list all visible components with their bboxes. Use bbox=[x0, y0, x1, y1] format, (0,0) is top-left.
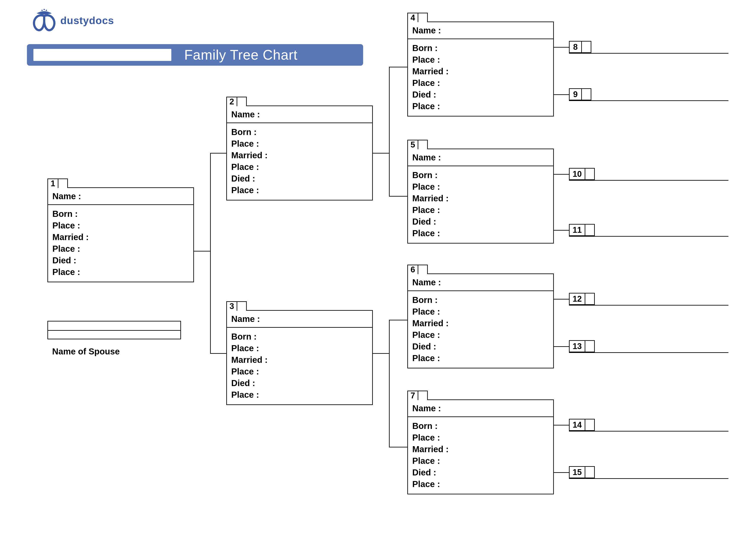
name-label: Name : bbox=[227, 311, 372, 328]
married-label: Married : bbox=[412, 443, 549, 455]
connector bbox=[210, 153, 211, 353]
stub-number: 12 bbox=[569, 293, 585, 305]
person-number: 6 bbox=[407, 265, 418, 274]
name-label: Name : bbox=[408, 400, 553, 417]
married-label: Married : bbox=[231, 354, 368, 366]
svg-point-2 bbox=[46, 10, 47, 11]
place-label: Place : bbox=[412, 455, 549, 467]
place-label: Place : bbox=[412, 181, 549, 192]
place-label: Place : bbox=[412, 306, 549, 318]
brand-name: dustydocs bbox=[60, 15, 114, 26]
spouse-box[interactable] bbox=[47, 321, 181, 339]
place-label: Place : bbox=[412, 204, 549, 216]
married-label: Married : bbox=[52, 231, 189, 243]
name-label: Name : bbox=[408, 149, 553, 166]
place-label: Place : bbox=[412, 77, 549, 89]
place-label: Place : bbox=[231, 161, 368, 173]
born-label: Born : bbox=[412, 169, 549, 181]
born-label: Born : bbox=[412, 294, 549, 306]
place-label: Place : bbox=[412, 432, 549, 443]
married-label: Married : bbox=[412, 318, 549, 329]
person-number-blank bbox=[418, 13, 428, 22]
connector bbox=[554, 47, 569, 48]
person-box-6[interactable]: 6 Name : Born : Place : Married : Place … bbox=[407, 273, 554, 369]
svg-point-0 bbox=[41, 10, 43, 11]
title-input-slot[interactable] bbox=[33, 49, 171, 61]
married-label: Married : bbox=[412, 65, 549, 77]
person-number-blank bbox=[418, 391, 428, 400]
person-box-2[interactable]: 2 Name : Born : Place : Married : Place … bbox=[226, 106, 373, 200]
connector bbox=[554, 425, 569, 425]
place-label: Place : bbox=[231, 138, 368, 149]
person-number-blank bbox=[58, 179, 68, 188]
page-title: Family Tree Chart bbox=[171, 47, 363, 63]
place-label: Place : bbox=[231, 366, 368, 377]
connector bbox=[389, 196, 407, 196]
name-label: Name : bbox=[48, 188, 193, 205]
connector bbox=[389, 67, 407, 67]
connector bbox=[554, 174, 569, 175]
born-label: Born : bbox=[52, 208, 189, 220]
person-box-7[interactable]: 7 Name : Born : Place : Married : Place … bbox=[407, 399, 554, 495]
brand-logo: dustydocs bbox=[32, 9, 114, 32]
place-label: Place : bbox=[52, 243, 189, 255]
place-label: Place : bbox=[52, 220, 189, 231]
person-number: 1 bbox=[47, 179, 58, 188]
connector bbox=[554, 346, 569, 347]
person-number-blank bbox=[418, 140, 428, 149]
stub-number: 10 bbox=[569, 168, 585, 180]
person-number-blank bbox=[418, 265, 428, 274]
connector bbox=[389, 67, 390, 196]
died-label: Died : bbox=[231, 173, 368, 184]
svg-point-1 bbox=[43, 9, 45, 10]
married-label: Married : bbox=[231, 149, 368, 161]
person-box-4[interactable]: 4 Name : Born : Place : Married : Place … bbox=[407, 21, 554, 116]
connector bbox=[554, 472, 569, 473]
title-bar: Family Tree Chart bbox=[27, 44, 363, 66]
connector bbox=[373, 353, 389, 354]
connector bbox=[210, 153, 226, 154]
place-label: Place : bbox=[412, 54, 549, 65]
stub-number: 13 bbox=[569, 340, 585, 352]
connector bbox=[389, 320, 390, 447]
stub-number: 8 bbox=[569, 41, 582, 53]
person-number-blank bbox=[237, 97, 247, 106]
person-number: 2 bbox=[226, 97, 237, 106]
person-number: 4 bbox=[407, 13, 418, 22]
place-label: Place : bbox=[412, 352, 549, 364]
name-label: Name : bbox=[408, 22, 553, 39]
connector bbox=[554, 299, 569, 299]
born-label: Born : bbox=[231, 331, 368, 343]
place-label: Place : bbox=[412, 329, 549, 341]
born-label: Born : bbox=[412, 42, 549, 54]
person-number-blank bbox=[237, 301, 247, 311]
connector bbox=[194, 251, 210, 251]
died-label: Died : bbox=[412, 341, 549, 352]
name-label: Name : bbox=[227, 106, 372, 123]
place-label: Place : bbox=[412, 227, 549, 239]
place-label: Place : bbox=[231, 343, 368, 354]
connector bbox=[554, 94, 569, 95]
person-box-3[interactable]: 3 Name : Born : Place : Married : Place … bbox=[226, 310, 373, 405]
place-label: Place : bbox=[231, 389, 368, 400]
born-label: Born : bbox=[231, 126, 368, 138]
stub-number: 11 bbox=[569, 224, 585, 236]
died-label: Died : bbox=[412, 216, 549, 227]
connector bbox=[373, 153, 389, 154]
died-label: Died : bbox=[231, 377, 368, 389]
place-label: Place : bbox=[412, 478, 549, 490]
name-label: Name : bbox=[408, 274, 553, 291]
person-box-5[interactable]: 5 Name : Born : Place : Married : Place … bbox=[407, 149, 554, 243]
place-label: Place : bbox=[231, 184, 368, 196]
connector bbox=[554, 230, 569, 231]
connector bbox=[389, 447, 407, 447]
died-label: Died : bbox=[412, 467, 549, 478]
died-label: Died : bbox=[52, 255, 189, 266]
person-number: 5 bbox=[407, 140, 418, 149]
person-number: 3 bbox=[226, 301, 237, 311]
person-box-1[interactable]: 1 Name : Born : Place : Married : Place … bbox=[47, 187, 194, 282]
butterfly-icon bbox=[32, 9, 56, 32]
spouse-label: Name of Spouse bbox=[52, 347, 120, 356]
connector bbox=[389, 320, 407, 320]
place-label: Place : bbox=[52, 266, 189, 278]
